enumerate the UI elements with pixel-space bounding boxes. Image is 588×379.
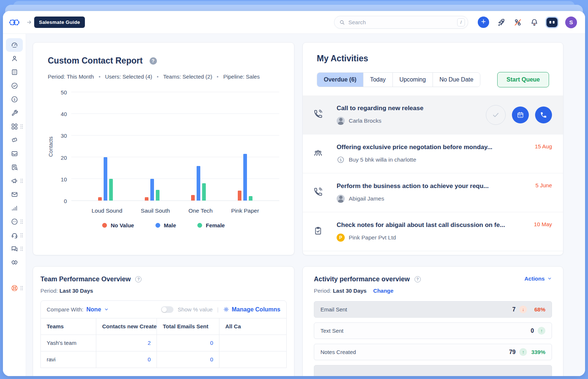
drag-handle-icon[interactable] bbox=[21, 286, 23, 290]
tab-no-due-date[interactable]: No Due Date bbox=[433, 73, 480, 87]
metric-value-cell[interactable]: 0 bbox=[157, 351, 219, 368]
start-queue-button[interactable]: Start Queue bbox=[497, 72, 549, 87]
performance-row[interactable] bbox=[314, 365, 552, 376]
sidebar-item-partners[interactable] bbox=[6, 256, 23, 269]
bar-group[interactable] bbox=[238, 92, 252, 201]
bar-group[interactable] bbox=[145, 92, 159, 201]
performance-row[interactable]: Email Sent 7 ↓68% bbox=[314, 301, 552, 318]
reschedule-calendar-button[interactable] bbox=[512, 107, 529, 123]
sidebar-item-support[interactable] bbox=[6, 228, 23, 242]
team-performance-card: Team Performance Overview ? Period: Last… bbox=[33, 266, 294, 376]
legend-item[interactable]: No Value bbox=[102, 222, 134, 228]
report-filter: Period: This Month bbox=[48, 73, 94, 80]
compare-with-dropdown[interactable]: Compare With: None bbox=[47, 306, 109, 313]
sidebar-item-more[interactable] bbox=[6, 215, 23, 228]
help-icon[interactable]: ? bbox=[135, 276, 141, 282]
tab-today[interactable]: Today bbox=[363, 73, 392, 87]
sidebar-item-apps[interactable] bbox=[6, 120, 23, 133]
table-header-cell[interactable]: Contacts new Created bbox=[96, 318, 157, 335]
metric-value-cell[interactable]: 0 bbox=[96, 351, 157, 368]
salesmate-logo-icon[interactable] bbox=[8, 18, 23, 27]
rocket-icon[interactable] bbox=[497, 18, 506, 27]
metric-label: Notes Created bbox=[320, 349, 356, 355]
sidebar-item-activities[interactable] bbox=[6, 79, 23, 93]
complete-activity-button[interactable] bbox=[486, 105, 506, 125]
activity-title: Call to regarding new release bbox=[337, 105, 486, 112]
sidebar-item-email[interactable] bbox=[6, 188, 23, 201]
main-area: $ bbox=[3, 34, 585, 376]
drag-handle-icon[interactable] bbox=[21, 179, 23, 183]
trend-up-icon: ↑ bbox=[519, 348, 527, 356]
drag-handle-icon[interactable] bbox=[21, 233, 23, 237]
performance-row[interactable]: Notes Created 79 ↑339% bbox=[314, 344, 552, 360]
bar-no-value bbox=[145, 197, 148, 201]
activity-row[interactable]: Perform the business action to achieve y… bbox=[303, 173, 563, 212]
sidebar-item-contacts[interactable] bbox=[6, 52, 23, 65]
sidebar-item-settings[interactable] bbox=[6, 281, 23, 295]
sidebar-item-prospect[interactable] bbox=[6, 160, 23, 174]
table-header-cell[interactable]: Total Emails Sent bbox=[157, 318, 219, 335]
email-icon bbox=[11, 191, 18, 198]
show-percent-toggle[interactable] bbox=[161, 306, 173, 313]
sidebar-item-campaigns[interactable] bbox=[6, 174, 23, 188]
performance-row[interactable]: Text Sent 0 ↑ bbox=[314, 322, 552, 339]
search-input[interactable]: Search / bbox=[334, 16, 468, 29]
drag-handle-icon[interactable] bbox=[21, 124, 23, 129]
drag-handle-icon[interactable] bbox=[21, 220, 23, 224]
change-period-link[interactable]: Change bbox=[373, 288, 394, 294]
help-icon[interactable]: ? bbox=[415, 276, 421, 282]
bar-female bbox=[249, 196, 252, 201]
app-window: Salesmate Guide Search / + bbox=[3, 11, 585, 376]
chevron-down-icon bbox=[547, 276, 552, 281]
table-row[interactable]: Yash's team20 bbox=[41, 335, 286, 351]
sidebar-item-chats[interactable] bbox=[6, 242, 23, 256]
search-placeholder: Search bbox=[348, 19, 457, 25]
sidebar-item-reports[interactable] bbox=[6, 201, 23, 215]
bar-group[interactable] bbox=[98, 92, 113, 201]
activity-row[interactable]: Offering exclusive price negotation befo… bbox=[303, 134, 563, 173]
bar-male bbox=[197, 166, 200, 201]
wrench-icon bbox=[11, 109, 18, 117]
legend-item[interactable]: Male bbox=[155, 222, 176, 228]
headset-icon bbox=[11, 231, 18, 239]
sidebar-item-dashboard[interactable] bbox=[6, 38, 23, 52]
metric-value-cell[interactable]: 0 bbox=[157, 335, 219, 351]
drag-handle-icon[interactable] bbox=[21, 247, 23, 251]
manage-columns-button[interactable]: Manage Columns bbox=[223, 306, 280, 313]
team-performance-title: Team Performance Overview bbox=[40, 275, 131, 283]
period-value: Last 30 Days bbox=[333, 288, 367, 294]
activity-subtext: Carla Brocks bbox=[349, 118, 381, 124]
actions-dropdown[interactable]: Actions bbox=[524, 275, 552, 282]
help-icon[interactable]: ? bbox=[150, 57, 157, 65]
percent-slash-icon[interactable] bbox=[513, 18, 522, 27]
user-avatar[interactable]: S bbox=[565, 17, 577, 28]
activities-icon bbox=[11, 82, 18, 90]
sidebar-item-inbox[interactable] bbox=[6, 147, 23, 160]
sidebar-item-products[interactable] bbox=[6, 106, 23, 120]
activity-row[interactable]: Check notes for abigail about last call … bbox=[303, 212, 563, 251]
bot-assistant-icon[interactable] bbox=[546, 18, 557, 27]
activity-row[interactable]: Call to regarding new release Carla Broc… bbox=[303, 95, 563, 134]
sidebar-item-tickets[interactable] bbox=[6, 133, 23, 147]
tooltip-text: Salesmate Guide bbox=[39, 19, 80, 25]
bar-group[interactable] bbox=[191, 92, 206, 201]
activity-title: Offering exclusive price negotation befo… bbox=[337, 144, 535, 151]
bell-icon[interactable] bbox=[530, 18, 539, 27]
tab-upcoming[interactable]: Upcoming bbox=[392, 73, 433, 87]
clipboard-check-icon bbox=[313, 226, 337, 237]
table-row[interactable]: ravi00 bbox=[41, 351, 286, 368]
sidebar-item-deals[interactable]: $ bbox=[6, 93, 23, 106]
table-header-cell[interactable]: All Ca bbox=[219, 318, 286, 335]
metric-value-cell[interactable] bbox=[219, 351, 286, 368]
legend-item[interactable]: Female bbox=[197, 222, 225, 228]
quick-add-button[interactable]: + bbox=[478, 17, 489, 28]
contact-avatar bbox=[337, 117, 345, 125]
team-table-box: Compare With: None Show % value | bbox=[40, 300, 287, 368]
metric-value-cell[interactable]: 2 bbox=[96, 335, 157, 351]
call-button[interactable] bbox=[535, 107, 552, 123]
dashboard-icon bbox=[11, 41, 18, 49]
metric-value-cell[interactable] bbox=[219, 335, 286, 351]
tab-overdue-[interactable]: Overdue (6) bbox=[317, 73, 363, 87]
sidebar-item-companies[interactable] bbox=[6, 65, 23, 79]
table-header-cell[interactable]: Teams bbox=[41, 318, 96, 335]
